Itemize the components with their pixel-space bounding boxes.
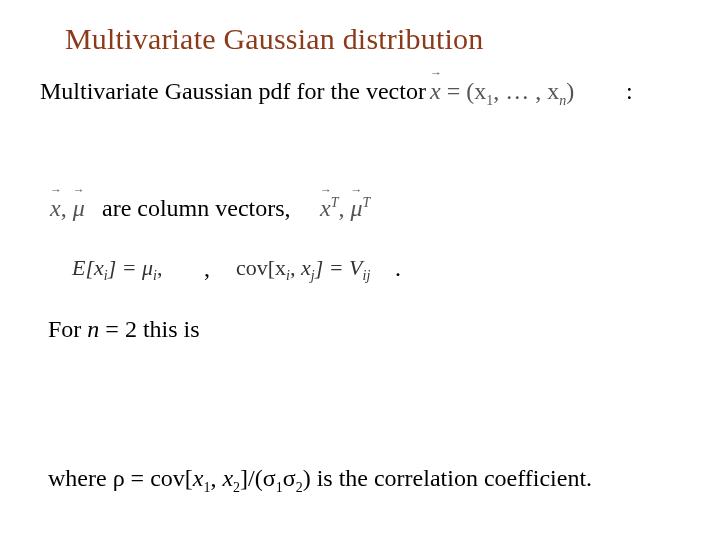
l5j: 2: [296, 480, 303, 495]
l5e: x: [222, 465, 233, 491]
l5b: x: [193, 465, 204, 491]
covariance-eq: cov[xi, xj] = Vij: [236, 255, 370, 284]
sep2: ,: [338, 195, 350, 221]
eq2c: , x: [290, 255, 311, 280]
l5g: ]/(σ: [240, 465, 276, 491]
eq1a: E[x: [72, 255, 104, 280]
line4a: For: [48, 316, 87, 342]
for-n-equals-2: For n = 2 this is: [48, 316, 200, 343]
eq1e: ,: [157, 255, 163, 280]
vec-def-close: ): [566, 78, 574, 104]
vec-def-eq: = (x: [441, 78, 487, 104]
colon: :: [626, 78, 633, 105]
line4b: n: [87, 316, 99, 342]
l5k: ) is the correlation coefficient.: [303, 465, 592, 491]
column-vectors-left: x, μ: [50, 195, 85, 222]
vec-def-mid: , … , x: [493, 78, 559, 104]
l5h: 1: [276, 480, 283, 495]
correlation-coefficient-line: where ρ = cov[x1, x2]/(σ1σ2) is the corr…: [48, 465, 592, 496]
eq2e: ] = V: [315, 255, 363, 280]
column-vectors-text: are column vectors,: [102, 195, 291, 222]
vector-definition: x = (x1, … , xn): [430, 78, 574, 109]
eq1c: ] = μ: [108, 255, 153, 280]
expectation-eq: E[xi] = μi,: [72, 255, 163, 284]
slide-title: Multivariate Gaussian distribution: [65, 22, 483, 56]
sup-T2: T: [363, 195, 371, 210]
vec-x: x: [50, 195, 61, 222]
l5i: σ: [283, 465, 296, 491]
vec-x-arrow: x: [430, 78, 441, 105]
l5a: where ρ = cov[: [48, 465, 193, 491]
l5d: ,: [210, 465, 222, 491]
slide: Multivariate Gaussian distribution Multi…: [0, 0, 720, 540]
comma: ,: [204, 255, 210, 282]
vec-xT: x: [320, 195, 331, 222]
pdf-intro-text: Multivariate Gaussian pdf for the vector: [40, 78, 426, 105]
line4c: = 2 this is: [99, 316, 199, 342]
eq2f: ij: [363, 268, 371, 283]
sep: ,: [61, 195, 73, 221]
vec-muT: μ: [350, 195, 362, 222]
row-vectors-right: xT, μT: [320, 195, 370, 222]
eq2a: cov[x: [236, 255, 286, 280]
period: .: [395, 255, 401, 282]
vec-mu: μ: [73, 195, 85, 222]
